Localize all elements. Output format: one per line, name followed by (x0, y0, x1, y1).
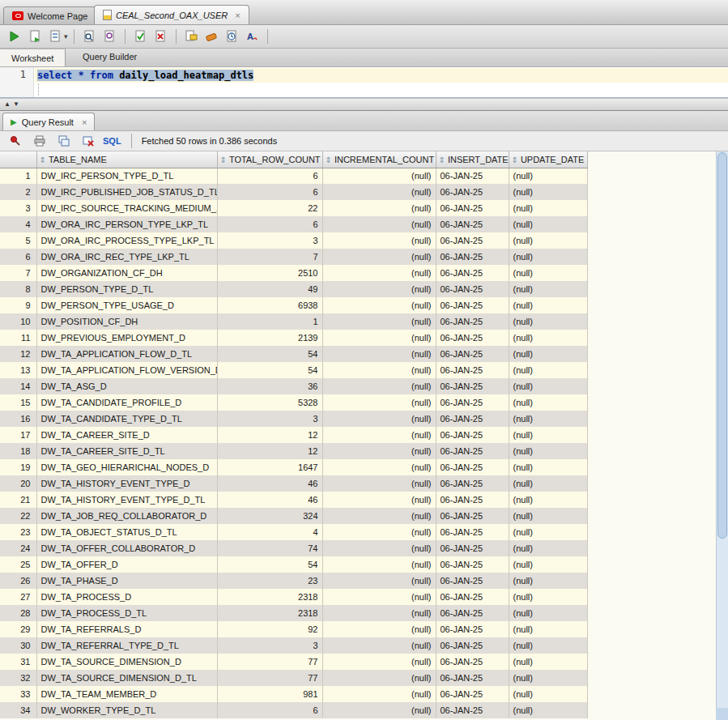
table-row[interactable]: 33DW_TA_TEAM_MEMBER_D981(null)06-JAN-25(… (0, 686, 587, 702)
update-date-cell[interactable]: (null) (509, 346, 587, 362)
table-name-cell[interactable]: DW_TA_PROCESS_D_TL (36, 605, 217, 621)
table-name-cell[interactable]: DW_TA_ASG_D (36, 378, 217, 394)
total-row-count-cell[interactable]: 36 (217, 378, 322, 394)
tab-query-result[interactable]: ▶ Query Result × (2, 113, 95, 130)
vertical-scrollbar[interactable] (716, 151, 728, 720)
insert-date-cell[interactable]: 06-JAN-25 (436, 232, 509, 249)
update-date-cell[interactable]: (null) (509, 670, 587, 686)
sql-code-line[interactable]: select * from daily_load_heatmap_dtls (35, 68, 728, 83)
table-row[interactable]: 7DW_ORGANIZATION_CF_DH2510(null)06-JAN-2… (0, 265, 587, 281)
total-row-count-cell[interactable]: 77 (217, 654, 322, 670)
close-tab-icon[interactable]: × (235, 11, 240, 20)
table-row[interactable]: 27DW_TA_PROCESS_D2318(null)06-JAN-25(nul… (0, 589, 587, 605)
incremental-count-cell[interactable]: (null) (322, 411, 436, 427)
insert-date-cell[interactable]: 06-JAN-25 (436, 702, 509, 718)
incremental-count-cell[interactable]: (null) (322, 168, 436, 184)
table-name-cell[interactable]: DW_PERSON_TYPE_D_TL (36, 281, 217, 297)
table-name-cell[interactable]: DW_IRC_PERSON_TYPE_D_TL (36, 168, 217, 184)
table-name-cell[interactable]: DW_PREVIOUS_EMPLOYMENT_D (36, 330, 217, 346)
update-date-cell[interactable]: (null) (509, 654, 587, 670)
incremental-count-cell[interactable]: (null) (322, 573, 436, 589)
incremental-count-cell[interactable]: (null) (322, 249, 436, 265)
incremental-count-cell[interactable]: (null) (322, 670, 436, 686)
insert-date-cell[interactable]: 06-JAN-25 (436, 508, 509, 524)
sql-link[interactable]: SQL (103, 136, 121, 146)
table-row[interactable]: 4DW_ORA_IRC_PERSON_TYPE_LKP_TL6(null)06-… (0, 216, 587, 232)
insert-date-cell[interactable]: 06-JAN-25 (436, 378, 509, 394)
table-row[interactable]: 18DW_TA_CAREER_SITE_D_TL12(null)06-JAN-2… (0, 443, 587, 459)
column-header[interactable]: ⇕TOTAL_ROW_COUNT (217, 151, 322, 168)
sort-icon[interactable]: ⇕ (326, 156, 332, 164)
total-row-count-cell[interactable]: 23 (217, 573, 322, 589)
update-date-cell[interactable]: (null) (509, 232, 587, 249)
insert-date-cell[interactable]: 06-JAN-25 (436, 346, 509, 362)
table-name-cell[interactable]: DW_TA_JOB_REQ_COLLABORATOR_D (36, 508, 217, 524)
incremental-count-cell[interactable]: (null) (322, 232, 436, 249)
incremental-count-cell[interactable]: (null) (322, 637, 436, 654)
update-date-cell[interactable]: (null) (509, 330, 587, 346)
update-date-cell[interactable]: (null) (509, 605, 587, 621)
total-row-count-cell[interactable]: 7 (217, 249, 322, 265)
delete-grid-icon[interactable] (79, 132, 97, 151)
table-row[interactable]: 16DW_TA_CANDIDATE_TYPE_D_TL3(null)06-JAN… (0, 411, 587, 427)
table-name-cell[interactable]: DW_TA_HISTORY_EVENT_TYPE_D_TL (36, 492, 217, 508)
insert-date-cell[interactable]: 06-JAN-25 (436, 216, 509, 232)
clear-icon[interactable] (202, 28, 221, 46)
incremental-count-cell[interactable]: (null) (322, 265, 436, 281)
table-row[interactable]: 3DW_IRC_SOURCE_TRACKING_MEDIUM_...22(nul… (0, 200, 587, 216)
table-name-cell[interactable]: DW_TA_GEO_HIERARICHAL_NODES_D (36, 459, 217, 475)
incremental-count-cell[interactable]: (null) (322, 475, 436, 492)
total-row-count-cell[interactable]: 3 (217, 232, 322, 249)
update-date-cell[interactable]: (null) (509, 540, 587, 556)
insert-date-cell[interactable]: 06-JAN-25 (436, 605, 509, 621)
insert-date-cell[interactable]: 06-JAN-25 (436, 362, 509, 378)
incremental-count-cell[interactable]: (null) (322, 702, 436, 718)
insert-date-cell[interactable]: 06-JAN-25 (436, 443, 509, 459)
insert-date-cell[interactable]: 06-JAN-25 (436, 313, 509, 330)
insert-date-cell[interactable]: 06-JAN-25 (436, 459, 509, 475)
table-name-cell[interactable]: DW_TA_CAREER_SITE_D (36, 427, 217, 443)
insert-date-cell[interactable]: 06-JAN-25 (436, 686, 509, 702)
commit-icon[interactable] (131, 28, 150, 46)
total-row-count-cell[interactable]: 324 (217, 508, 322, 524)
update-date-cell[interactable]: (null) (509, 200, 587, 216)
incremental-count-cell[interactable]: (null) (322, 605, 436, 621)
total-row-count-cell[interactable]: 1 (217, 313, 322, 330)
close-tab-icon[interactable]: × (82, 117, 87, 127)
incremental-count-cell[interactable]: (null) (322, 362, 436, 378)
total-row-count-cell[interactable]: 1647 (217, 459, 322, 475)
refresh-grid-icon[interactable] (54, 132, 73, 151)
table-name-cell[interactable]: DW_ORA_IRC_PERSON_TYPE_LKP_TL (36, 216, 217, 232)
table-row[interactable]: 12DW_TA_APPLICATION_FLOW_D_TL54(null)06-… (0, 346, 587, 362)
pin-results-icon[interactable] (6, 132, 24, 151)
total-row-count-cell[interactable]: 22 (217, 200, 322, 216)
run-statement-icon[interactable] (5, 28, 23, 46)
update-date-cell[interactable]: (null) (509, 281, 587, 297)
table-row[interactable]: 30DW_TA_REFERRAL_TYPE_D_TL3(null)06-JAN-… (0, 637, 587, 654)
update-date-cell[interactable]: (null) (509, 637, 587, 654)
table-name-cell[interactable]: DW_TA_OFFER_D (36, 556, 217, 573)
total-row-count-cell[interactable]: 2510 (217, 265, 322, 281)
table-row[interactable]: 2DW_IRC_PUBLISHED_JOB_STATUS_D_TL6(null)… (0, 184, 587, 200)
sort-icon[interactable]: ⇕ (40, 156, 46, 164)
insert-date-cell[interactable]: 06-JAN-25 (436, 621, 509, 637)
update-date-cell[interactable]: (null) (509, 265, 587, 281)
incremental-count-cell[interactable]: (null) (322, 556, 436, 573)
update-date-cell[interactable]: (null) (509, 556, 587, 573)
update-date-cell[interactable]: (null) (509, 378, 587, 394)
insert-date-cell[interactable]: 06-JAN-25 (436, 670, 509, 686)
incremental-count-cell[interactable]: (null) (322, 216, 436, 232)
incremental-count-cell[interactable]: (null) (322, 313, 436, 330)
run-script-icon[interactable] (25, 28, 44, 46)
incremental-count-cell[interactable]: (null) (322, 654, 436, 670)
sort-icon[interactable]: ⇕ (220, 156, 227, 164)
incremental-count-cell[interactable]: (null) (322, 394, 436, 411)
table-row[interactable]: 28DW_TA_PROCESS_D_TL2318(null)06-JAN-25(… (0, 605, 587, 621)
total-row-count-cell[interactable]: 92 (217, 621, 322, 637)
table-name-cell[interactable]: DW_TA_OFFER_COLLABORATOR_D (36, 540, 217, 556)
table-name-cell[interactable]: DW_TA_HISTORY_EVENT_TYPE_D (36, 475, 217, 492)
table-name-cell[interactable]: DW_ORA_IRC_REC_TYPE_LKP_TL (36, 249, 217, 265)
total-row-count-cell[interactable]: 2318 (217, 589, 322, 605)
tab-query-builder[interactable]: Query Builder (75, 48, 145, 66)
incremental-count-cell[interactable]: (null) (322, 330, 436, 346)
